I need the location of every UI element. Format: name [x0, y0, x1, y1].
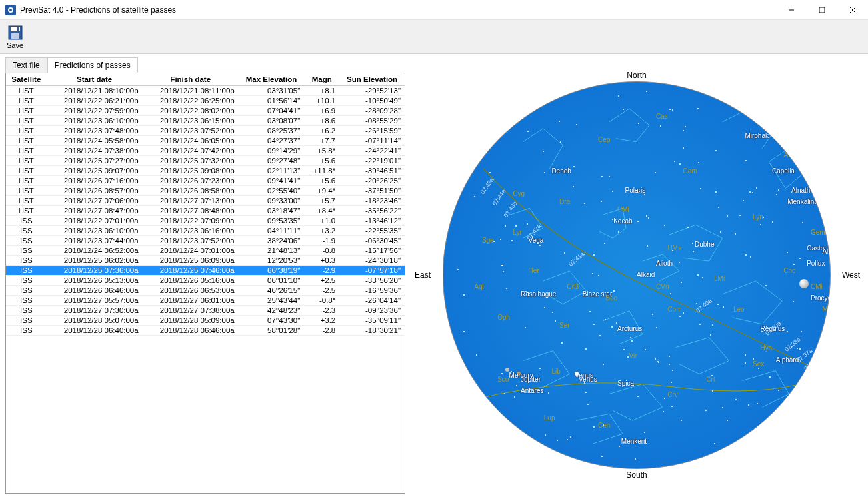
cell-sun: -33°56'20" — [339, 276, 405, 286]
col-0[interactable]: Satellite — [6, 73, 47, 86]
table-row[interactable]: HST2018/12/23 07:48:00p2018/12/23 07:52:… — [6, 126, 405, 136]
table-row[interactable]: ISS2018/12/27 07:30:00a2018/12/27 07:38:… — [6, 306, 405, 316]
star-pollux: Pollux — [807, 260, 825, 267]
maximize-button[interactable] — [807, 0, 837, 20]
star-dot — [749, 191, 751, 193]
table-row[interactable]: HST2018/12/23 06:10:00p2018/12/23 06:15:… — [6, 116, 405, 126]
cell-finish: 2018/12/27 07:13:00p — [143, 196, 239, 206]
star-dot — [679, 163, 681, 165]
col-2[interactable]: Finish date — [143, 73, 239, 86]
table-row[interactable]: ISS2018/12/28 06:40:00a2018/12/28 06:46:… — [6, 326, 405, 336]
star-dot — [601, 176, 603, 177]
const-crb: CrB — [567, 283, 579, 290]
cell-finish: 2018/12/25 06:09:00a — [143, 256, 239, 266]
star-dot — [672, 370, 673, 371]
cell-sun: -39°46'51" — [339, 166, 405, 176]
star-dot — [669, 364, 670, 365]
cell-sat: HST — [6, 146, 47, 156]
star-dot — [756, 187, 757, 189]
cell-finish: 2018/12/22 08:02:00p — [143, 106, 239, 116]
cell-elev: 38°24'06" — [239, 236, 304, 246]
star-dot — [727, 420, 728, 421]
sky-dome[interactable]: DenebPolarisMirphakCapellaAlnathMenkalin… — [443, 81, 831, 469]
cell-start: 2018/12/25 07:27:00p — [47, 156, 143, 166]
planet-label-venus: Venus — [579, 376, 597, 383]
cell-sat: ISS — [6, 286, 47, 296]
cell-start: 2018/12/28 05:07:00a — [47, 316, 143, 326]
minimize-button[interactable] — [776, 0, 807, 20]
const-cen: Cen — [598, 422, 610, 429]
cell-sat: ISS — [6, 226, 47, 236]
star-dot — [752, 192, 753, 193]
star-dot — [584, 382, 585, 384]
cell-start: 2018/12/23 07:48:00p — [47, 126, 143, 136]
tab-textfile[interactable]: Text file — [5, 57, 47, 73]
cell-magn: -2.9 — [304, 266, 339, 276]
col-3[interactable]: Max Elevation — [239, 73, 304, 86]
cell-magn: +2.5 — [304, 276, 339, 286]
star-dot — [693, 251, 694, 252]
const-cmi: CMi — [811, 283, 823, 290]
cell-magn: +10.1 — [304, 96, 339, 106]
star-dot — [712, 324, 713, 326]
cell-sun: -26°15'59" — [339, 126, 405, 136]
save-button[interactable]: Save — [5, 24, 25, 51]
table-row[interactable]: ISS2018/12/22 07:01:00a2018/12/22 07:09:… — [6, 216, 405, 226]
table-row[interactable]: HST2018/12/25 07:27:00p2018/12/25 07:32:… — [6, 156, 405, 166]
star-dot — [778, 390, 779, 391]
const-ser: Ser — [559, 322, 570, 329]
table-row[interactable]: ISS2018/12/27 05:57:00a2018/12/27 06:01:… — [6, 296, 405, 306]
close-button[interactable] — [837, 0, 868, 20]
cell-magn: +7.7 — [304, 136, 339, 146]
cell-sun: -26°04'14" — [339, 296, 405, 306]
star-kocab: Kocab — [613, 217, 632, 225]
table-row[interactable]: ISS2018/12/28 05:07:00a2018/12/28 05:09:… — [6, 316, 405, 326]
star-dot — [644, 432, 645, 433]
cell-sun: -20°26'25" — [339, 176, 405, 186]
cell-sun: -10°50'49" — [339, 96, 405, 106]
table-row[interactable]: HST2018/12/27 07:06:00p2018/12/27 07:13:… — [6, 196, 405, 206]
star-dot — [671, 382, 672, 383]
star-dot — [763, 217, 764, 218]
cell-start: 2018/12/23 07:44:00a — [47, 236, 143, 246]
table-row[interactable]: HST2018/12/25 09:07:00p2018/12/25 09:08:… — [6, 166, 405, 176]
star-alkaid: Alkaid — [637, 271, 655, 278]
star-dot — [702, 277, 703, 278]
cell-start: 2018/12/27 07:06:00p — [47, 196, 143, 206]
col-1[interactable]: Start date — [47, 73, 143, 86]
svg-rect-8 — [11, 33, 19, 39]
table-row[interactable]: HST2018/12/27 08:47:00p2018/12/27 08:48:… — [6, 206, 405, 216]
table-row[interactable]: HST2018/12/24 07:38:00p2018/12/24 07:42:… — [6, 146, 405, 156]
cell-magn: +8.4* — [304, 206, 339, 216]
cell-sun: -18°30'21" — [339, 326, 405, 336]
table-row[interactable]: ISS2018/12/25 07:36:00a2018/12/25 07:46:… — [6, 266, 405, 276]
tab-predictions[interactable]: Predictions of passes — [47, 57, 138, 73]
star-spica: Spica — [617, 380, 634, 387]
table-row[interactable]: ISS2018/12/25 06:02:00a2018/12/25 06:09:… — [6, 256, 405, 266]
star-dubhe: Dubhe — [695, 241, 714, 248]
cell-sat: ISS — [6, 216, 47, 226]
star-dot — [723, 306, 724, 308]
star-antares: Antares — [521, 387, 543, 394]
star-dot — [493, 241, 495, 242]
table-row[interactable]: ISS2018/12/23 07:44:00a2018/12/23 07:52:… — [6, 236, 405, 246]
table-row[interactable]: HST2018/12/24 05:58:00p2018/12/24 06:05:… — [6, 136, 405, 146]
cell-sun: -35°09'11" — [339, 316, 405, 326]
table-row[interactable]: ISS2018/12/26 05:13:00a2018/12/26 05:16:… — [6, 276, 405, 286]
table-row[interactable]: HST2018/12/22 06:21:00p2018/12/22 06:25:… — [6, 96, 405, 106]
table-row[interactable]: HST2018/12/26 08:57:00p2018/12/26 08:58:… — [6, 186, 405, 196]
star-dot — [618, 95, 619, 97]
cell-magn: +3.2 — [304, 316, 339, 326]
table-row[interactable]: ISS2018/12/26 06:46:00a2018/12/26 06:53:… — [6, 286, 405, 296]
star-dot — [648, 217, 649, 219]
col-5[interactable]: Sun Elevation — [339, 73, 405, 86]
cell-start: 2018/12/21 08:10:00p — [47, 86, 143, 96]
table-row[interactable]: HST2018/12/21 08:10:00p2018/12/21 08:11:… — [6, 86, 405, 96]
star-dot — [609, 176, 610, 177]
table-row[interactable]: ISS2018/12/23 06:10:00a2018/12/23 06:16:… — [6, 226, 405, 236]
table-row[interactable]: HST2018/12/22 07:59:00p2018/12/22 08:02:… — [6, 106, 405, 116]
table-row[interactable]: ISS2018/12/24 06:52:00a2018/12/24 07:01:… — [6, 246, 405, 256]
cell-magn: -0.8 — [304, 246, 339, 256]
table-row[interactable]: HST2018/12/26 07:16:00p2018/12/26 07:23:… — [6, 176, 405, 186]
col-4[interactable]: Magn — [304, 73, 339, 86]
